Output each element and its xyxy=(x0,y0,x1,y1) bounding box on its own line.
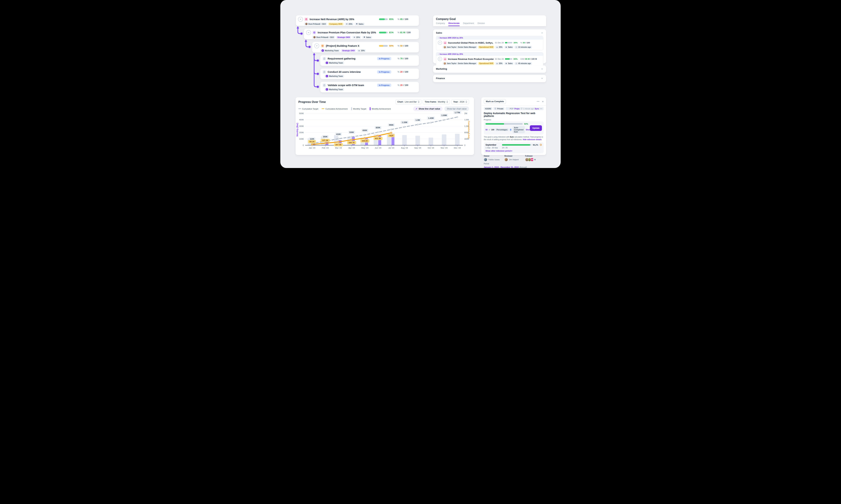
follower-column: Follower MS +9 xyxy=(525,155,544,161)
progress-value: %20/ 100 xyxy=(397,71,416,73)
collapse-toggle[interactable] xyxy=(306,30,311,35)
combo-chart: 00100K400K200K800K300K1,2M400K1,6M500K2M… xyxy=(296,97,474,155)
owner-badge[interactable]: Doni Priliandi · CEO xyxy=(304,22,327,25)
presentation-icon xyxy=(321,44,325,48)
svg-text:990K: 990K xyxy=(389,124,394,126)
sort-chevrons-icon xyxy=(446,101,448,103)
expand-toggle[interactable] xyxy=(438,57,442,61)
expand-toggle[interactable] xyxy=(438,41,442,45)
task-card-requirement[interactable]: Requirement gathering In Progress %70/ 1… xyxy=(320,55,419,66)
sync-status: 1 minute ago xyxy=(520,108,534,110)
weight-icon xyxy=(354,36,355,38)
weight-badge: 25% xyxy=(352,36,361,39)
svg-text:601.9K: 601.9K xyxy=(375,137,381,140)
owner-name: Yukiko Izawa xyxy=(488,159,499,161)
svg-text:Feb ’24: Feb ’24 xyxy=(322,147,329,149)
clock-icon xyxy=(515,47,517,48)
mark-complete-button[interactable]: Mark as Complete xyxy=(484,99,506,104)
show-line-values-toggle[interactable]: ✓Show line chart value xyxy=(413,106,443,111)
goal-detail-card: Mark as Complete ••• × #10292 Private PC… xyxy=(481,97,546,155)
task-card-validate[interactable]: Validate scope with GTM team In Progress… xyxy=(320,82,419,92)
svg-text:500K: 500K xyxy=(299,112,304,114)
progress-value: %30/ 100 xyxy=(520,42,542,44)
svg-text:Sep ’24: Sep ’24 xyxy=(414,147,421,149)
collapse-toggle[interactable] xyxy=(298,17,303,22)
status-badge: In Progress xyxy=(377,57,391,60)
legend-monthly-achievement: Monthly Achievement xyxy=(370,107,391,110)
weight-icon xyxy=(496,47,498,48)
project-badge[interactable]: PCP Project Curcuma Plus 1 minute ago Sy… xyxy=(505,107,544,110)
chart-type-select[interactable]: Chart:Line and Bar xyxy=(395,100,422,104)
close-icon[interactable]: × xyxy=(542,100,544,103)
clock-icon xyxy=(539,144,542,146)
collapse-toggle[interactable] xyxy=(314,43,319,48)
period-range-link[interactable]: January 1, 2024 - December 31, 2024 xyxy=(484,166,519,168)
timeframe-select[interactable]: Time frame:Monthly xyxy=(423,100,450,104)
avatar xyxy=(313,36,315,38)
svg-text:110K: 110K xyxy=(310,138,314,140)
show-bar-values-toggle[interactable]: Show bar chart value xyxy=(444,106,469,111)
svg-text:410K: 410K xyxy=(336,133,341,135)
section-finance[interactable]: Finance xyxy=(433,75,546,82)
clock-icon xyxy=(515,62,517,65)
section-marketing[interactable]: Marketing xyxy=(433,66,546,73)
chevron-down-icon[interactable] xyxy=(541,68,543,70)
okr-type-badge: Strategic OKR xyxy=(336,36,351,39)
more-menu-icon[interactable]: ••• xyxy=(540,108,543,110)
home-chart-icon xyxy=(443,41,447,44)
goal-row-ecosystem[interactable]: ↑Increase ARR 2024 by 25% Increase Reven… xyxy=(436,52,543,67)
flag-icon xyxy=(505,47,507,48)
svg-text:1.42M: 1.42M xyxy=(428,117,434,119)
tab-company[interactable]: Company xyxy=(436,22,445,26)
okr-type-badge: Strategic OKR xyxy=(341,49,356,52)
chevron-up-icon[interactable] xyxy=(541,32,543,34)
chevron-down-icon[interactable] xyxy=(541,77,543,79)
owner-badge[interactable]: Jane Taylor · Senior Sales Manager xyxy=(443,62,477,65)
flag-icon xyxy=(356,23,358,25)
team-badge[interactable]: Marketing Team xyxy=(320,49,340,52)
goal-row-pilots[interactable]: ↑Increase ARR 2024 by 25% Successful Glo… xyxy=(436,36,543,50)
progress-percent: 65% xyxy=(514,58,519,60)
team-avatar xyxy=(326,75,328,77)
okr-title: Increase Nett Revenue (ARR) by 35% xyxy=(310,18,378,21)
okr-card-strategic[interactable]: Increase Premium Plan Conversion Rate by… xyxy=(304,29,419,39)
svg-text:Cumulative (Line): Cumulative (Line) xyxy=(468,121,470,139)
team-badge[interactable]: Marketing Team xyxy=(325,75,344,78)
sync-link[interactable]: Sync xyxy=(535,108,539,110)
show-milestones-link[interactable]: Show other milestone period ▾ xyxy=(485,150,542,152)
owner-badge[interactable]: Doni Priliandi · CEO xyxy=(312,36,335,39)
progress-value: USD65 M/ 100 M xyxy=(520,58,542,60)
period-value: January 1, 2024 - December 31, 2024 (Ann… xyxy=(484,166,544,168)
tab-department[interactable]: Department xyxy=(463,22,474,26)
svg-text:782K: 782K xyxy=(389,134,394,137)
okr-card-company[interactable]: Increase Nett Revenue (ARR) by 35% 65% %… xyxy=(296,15,419,26)
tab-directorate[interactable]: Directorate xyxy=(448,22,459,26)
progress-value: %20/ 100 xyxy=(397,84,416,87)
progress-percent: 30% xyxy=(514,42,519,44)
team-badge[interactable]: Marketing Team xyxy=(325,61,344,65)
arrow-up-icon: ↑ xyxy=(438,37,439,39)
follower-overflow-badge[interactable]: +9 xyxy=(533,158,536,161)
update-button[interactable]: Update xyxy=(530,125,542,131)
svg-text:May ’24: May ’24 xyxy=(361,147,368,149)
more-menu-icon[interactable]: ••• xyxy=(537,100,539,103)
svg-text:1,6M: 1,6M xyxy=(464,119,469,121)
svg-text:300K: 300K xyxy=(299,125,304,127)
home-chart-icon xyxy=(443,57,447,61)
goal-id-badge: #10292 xyxy=(484,107,492,110)
okr-card-project[interactable]: [Project] Building Feature X 50% %50/ 10… xyxy=(312,42,419,53)
team-badge[interactable]: Marketing Team xyxy=(325,88,344,91)
status-badge: In Progress xyxy=(377,70,391,73)
weight-badge: 25% xyxy=(345,22,354,25)
project-name[interactable]: Project Curcuma Plus xyxy=(514,108,520,110)
svg-text:800K: 800K xyxy=(464,131,469,133)
svg-text:400K: 400K xyxy=(464,138,469,140)
section-header[interactable]: Sales xyxy=(436,32,543,34)
year-select[interactable]: Year:2024 xyxy=(451,100,469,104)
arrow-up-icon: ↑ xyxy=(438,53,439,55)
hide-milestone-link[interactable]: Hide milestone details xyxy=(523,139,542,141)
owner-badge[interactable]: Jane Taylor · Senior Sales Manager xyxy=(443,46,477,49)
image-icon xyxy=(508,107,509,110)
tab-division[interactable]: Division xyxy=(478,22,485,26)
task-card-interview[interactable]: Conduct 20 users interview In Progress %… xyxy=(320,69,419,79)
